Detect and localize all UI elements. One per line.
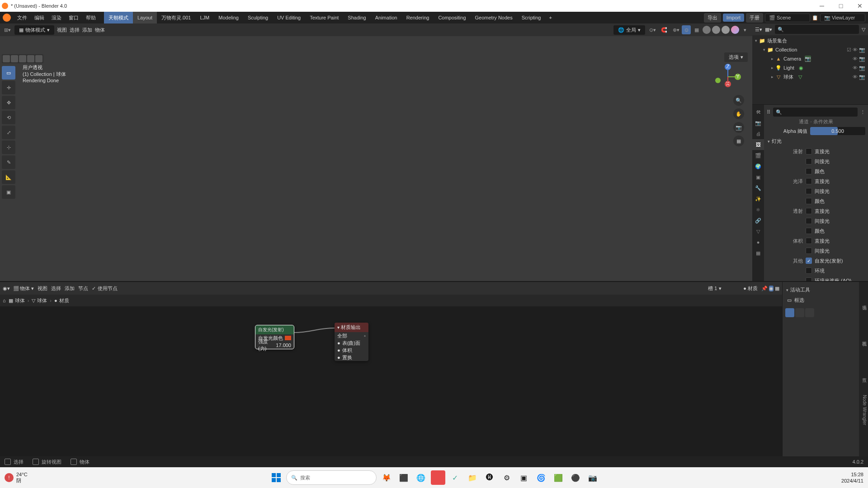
minimize-button[interactable]: ─ (816, 2, 828, 9)
menu-help[interactable]: 帮助 (82, 12, 99, 23)
ne-backdrop-button[interactable]: ▦ (775, 286, 779, 291)
taskbar-app-5[interactable]: 🅦 (482, 470, 497, 485)
perspective-toggle[interactable]: ▦ (733, 136, 744, 146)
node-material-output[interactable]: ▾ 材质输出 全部◦ ● 表(曲)面 ● 体积 ● 置换 (335, 323, 368, 361)
workspace-tab[interactable]: Shading (343, 12, 370, 23)
taskbar-app-8[interactable]: ⚫ (568, 470, 583, 485)
menu-window[interactable]: 窗口 (65, 12, 82, 23)
prop-tab-particles[interactable]: ✨ (752, 193, 764, 204)
tool-add-cube[interactable]: ▣ (2, 185, 15, 199)
pass-checkbox[interactable] (806, 248, 812, 254)
camera-view-button[interactable]: 📷 (733, 122, 744, 133)
outliner-collection[interactable]: ▾📁Collection ☑👁📷 (755, 45, 865, 54)
orientation-selector[interactable]: 🌐 全局 ▾ (613, 25, 645, 35)
import-button[interactable]: Import (723, 14, 744, 22)
taskbar-explorer[interactable]: 📁 (465, 470, 480, 485)
clock-time[interactable]: 15:28 (841, 471, 863, 478)
tool-cursor[interactable]: ✛ (2, 81, 15, 94)
export-button[interactable]: 导出 (704, 13, 721, 23)
prop-search[interactable]: 🔍 (773, 108, 858, 117)
panel-light[interactable]: ▾灯光 (767, 136, 865, 146)
prop-tab-viewlayer[interactable]: 🖼 (752, 139, 764, 150)
prop-tab-constraints[interactable]: 🔗 (752, 215, 764, 226)
taskbar-search[interactable]: 🔍 搜索 (286, 470, 377, 485)
ne-sidebar-title[interactable]: ▾活动工具 (785, 285, 856, 295)
shading-wireframe[interactable] (703, 26, 711, 34)
breadcrumb-mesh[interactable]: ▽ 球体 (32, 297, 47, 304)
outliner-search[interactable]: 🔍 (775, 25, 859, 34)
start-button[interactable] (269, 470, 283, 485)
menu-render[interactable]: 渲染 (48, 12, 65, 23)
viewport-options-dropdown[interactable]: 选项 ▾ (724, 52, 748, 62)
taskbar-chrome[interactable]: 🌐 (414, 470, 428, 485)
workspace-tab[interactable]: 天朝模式 (104, 12, 133, 23)
vp-menu-view[interactable]: 视图 (57, 27, 67, 33)
tool-annotate[interactable]: ✎ (2, 155, 15, 169)
workspace-tab[interactable]: Modeling (214, 12, 243, 23)
workspace-tab-layout[interactable]: Layout (133, 12, 157, 23)
prop-tab-physics[interactable]: ⚛ (752, 204, 764, 215)
tool-select-box[interactable]: ▭ (2, 66, 15, 80)
vp-menu-select[interactable]: 选择 (70, 27, 80, 33)
pass-checkbox[interactable] (806, 267, 812, 274)
ne-mode-selector[interactable]: ▦ 物体 ▾ (14, 285, 34, 292)
nav-gizmo[interactable]: Z Y X (713, 62, 742, 91)
taskbar-app-9[interactable]: 📷 (585, 470, 600, 485)
ne-menu-select[interactable]: 选择 (51, 285, 61, 292)
pass-checkbox[interactable] (806, 198, 812, 204)
menu-edit[interactable]: 编辑 (31, 12, 48, 23)
select-mode-1[interactable] (785, 308, 794, 317)
pass-checkbox[interactable] (806, 208, 812, 214)
ne-overlay-button[interactable]: ◉ (769, 286, 774, 291)
ne-menu-add[interactable]: 添加 (65, 285, 75, 292)
snap-toggle[interactable]: 🧲 (660, 25, 669, 34)
prop-tab-object[interactable]: ▣ (752, 172, 764, 183)
workspace-tab[interactable]: Rendering (402, 12, 434, 23)
tool-transform[interactable]: ⊹ (2, 141, 15, 154)
select-mode-2[interactable] (795, 308, 804, 317)
ne-menu-view[interactable]: 视图 (38, 285, 47, 292)
prop-options-icon[interactable]: ⋮ (860, 109, 865, 115)
maximize-button[interactable]: □ (835, 2, 847, 9)
ne-tab-view[interactable]: 视图 (859, 320, 868, 356)
pan-button[interactable]: ✋ (733, 108, 744, 119)
taskbar-app-7[interactable]: 🟩 (551, 470, 566, 485)
prop-tab-material[interactable]: ● (752, 237, 764, 248)
pass-checkbox[interactable] (806, 238, 812, 244)
tool-move[interactable]: ✥ (2, 96, 15, 109)
breadcrumb-object[interactable]: ▦ 球体 (9, 297, 25, 304)
3d-viewport[interactable]: ⊞▾ ▦ 物体模式 ▾ 视图 选择 添加 物体 🌐 全局 ▾ ⊙▾ 🧲 ⊕▾ ⊙… (0, 23, 752, 281)
vp-menu-add[interactable]: 添加 (82, 27, 92, 33)
pass-checkbox[interactable] (806, 277, 812, 281)
workspace-tab[interactable]: Animation (371, 12, 402, 23)
mode-selector[interactable]: ▦ 物体模式 ▾ (14, 25, 54, 35)
prop-tab-data[interactable]: ▽ (752, 226, 764, 237)
pass-checkbox[interactable] (806, 168, 812, 174)
material-selector[interactable]: ● 材质 (743, 285, 758, 292)
select-mode-buttons[interactable] (2, 54, 43, 63)
outliner-item-light[interactable]: ▸💡Light ◉ 👁📷 (755, 63, 865, 72)
ne-tab-wrangler[interactable]: Node Wrangler (859, 392, 868, 428)
add-workspace-button[interactable]: + (545, 12, 555, 23)
slot-selector[interactable]: 槽 1 ▾ (708, 285, 740, 292)
ne-menu-node[interactable]: 节点 (78, 285, 88, 292)
pass-checkbox[interactable] (806, 148, 812, 155)
select-mode-3[interactable] (805, 308, 814, 317)
ne-tab-options[interactable]: 选项 (859, 284, 868, 320)
close-button[interactable]: ✕ (854, 2, 866, 9)
new-scene-button[interactable]: 📋 (812, 15, 818, 21)
workspace-tab[interactable]: UV Editing (273, 12, 305, 23)
taskbar-app-6[interactable]: ⚙ (500, 470, 514, 485)
tool-measure[interactable]: 📐 (2, 170, 15, 184)
taskbar-app-2[interactable]: ⬛ (396, 470, 411, 485)
outliner-display-dropdown[interactable]: ▦▾ (765, 27, 772, 33)
taskbar-app-3[interactable] (431, 470, 445, 485)
pivot-dropdown[interactable]: ⊙▾ (648, 25, 657, 34)
outliner-scene-collection[interactable]: ▾📁场景集合 (755, 36, 865, 45)
ne-editor-dropdown[interactable]: ◉▾ (3, 286, 10, 291)
taskbar-terminal[interactable]: ▣ (517, 470, 531, 485)
editor-type-dropdown[interactable]: ⊞▾ (3, 25, 12, 34)
outliner-filter[interactable]: ▽ (862, 27, 865, 33)
pass-checkbox[interactable] (806, 218, 812, 224)
workspace-tab[interactable]: LJM (195, 12, 214, 23)
